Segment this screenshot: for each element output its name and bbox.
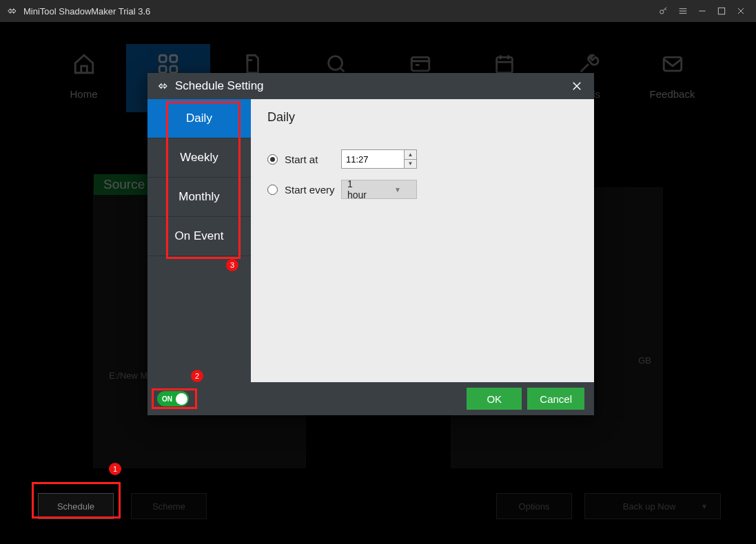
key-icon[interactable] — [654, 4, 673, 18]
svg-rect-8 — [496, 57, 512, 73]
nav-home[interactable]: Home — [42, 44, 126, 112]
maximize-icon[interactable] — [712, 4, 731, 18]
svg-rect-3 — [170, 55, 176, 62]
dialog-icon — [156, 79, 170, 93]
dialog-close-button[interactable] — [568, 77, 586, 95]
nav-feedback[interactable]: Feedback — [631, 44, 715, 112]
options-label: Options — [519, 501, 550, 512]
backup-now-button[interactable]: Back up Now▼ — [584, 493, 721, 519]
dialog-titlebar: Schedule Setting — [147, 73, 594, 99]
app-title: MiniTool ShadowMaker Trial 3.6 — [23, 6, 150, 17]
options-button[interactable]: Options — [496, 493, 572, 519]
backup-now-label: Back up Now — [597, 501, 701, 512]
toggle-label: ON — [162, 395, 172, 403]
radio-start-every[interactable] — [267, 185, 278, 195]
bottom-bar: Schedule Scheme Options Back up Now▼ — [0, 482, 756, 530]
start-every-value: 1 hour — [342, 178, 379, 200]
tab-on-event[interactable]: On Event — [147, 217, 251, 256]
label-start-at: Start at — [285, 154, 341, 165]
scheme-button[interactable]: Scheme — [131, 493, 207, 519]
schedule-content: Daily Start at ▲ ▼ Start every 1 hour ▼ — [251, 99, 594, 382]
svg-rect-1 — [718, 8, 724, 14]
svg-rect-9 — [664, 57, 682, 71]
nav-label: Home — [70, 88, 97, 100]
dialog-title: Schedule Setting — [175, 79, 264, 93]
nav-label: Feedback — [650, 88, 695, 100]
tab-daily[interactable]: Daily — [147, 99, 251, 138]
tab-monthly[interactable]: Monthly — [147, 178, 251, 217]
radio-start-at[interactable] — [267, 154, 278, 165]
svg-rect-4 — [159, 66, 166, 73]
chevron-down-icon: ▼ — [379, 186, 416, 193]
svg-rect-2 — [159, 55, 166, 62]
schedule-enable-toggle[interactable]: ON — [157, 391, 189, 406]
content-heading: Daily — [267, 110, 578, 125]
chevron-down-icon: ▼ — [701, 503, 708, 510]
app-icon — [6, 5, 18, 17]
dest-size: GB — [638, 355, 651, 366]
start-at-time-input[interactable]: ▲ ▼ — [341, 149, 417, 169]
ok-button[interactable]: OK — [467, 388, 522, 410]
svg-point-0 — [660, 10, 664, 14]
dialog-footer: ON OK Cancel — [147, 382, 594, 415]
start-at-value[interactable] — [342, 150, 404, 168]
spinner-up-icon[interactable]: ▲ — [405, 150, 416, 160]
label-start-every: Start every — [285, 184, 341, 196]
menu-icon[interactable] — [673, 4, 693, 18]
cancel-button[interactable]: Cancel — [527, 388, 584, 410]
svg-point-6 — [328, 56, 342, 70]
tab-weekly[interactable]: Weekly — [147, 138, 251, 178]
minimize-icon[interactable] — [693, 4, 712, 18]
spinner-down-icon[interactable]: ▼ — [405, 160, 416, 169]
schedule-tabs: Daily Weekly Monthly On Event — [147, 99, 251, 382]
source-path: E:/New M — [109, 370, 147, 381]
svg-rect-5 — [170, 66, 176, 73]
schedule-label: Schedule — [57, 501, 94, 512]
toggle-knob — [176, 393, 187, 405]
scheme-label: Scheme — [152, 501, 185, 512]
svg-rect-7 — [411, 57, 429, 71]
schedule-button[interactable]: Schedule — [38, 493, 114, 519]
close-window-icon[interactable] — [731, 4, 750, 18]
start-every-select[interactable]: 1 hour ▼ — [341, 180, 417, 199]
schedule-setting-dialog: Schedule Setting Daily Weekly Monthly On… — [147, 73, 594, 415]
titlebar: MiniTool ShadowMaker Trial 3.6 — [0, 0, 756, 22]
